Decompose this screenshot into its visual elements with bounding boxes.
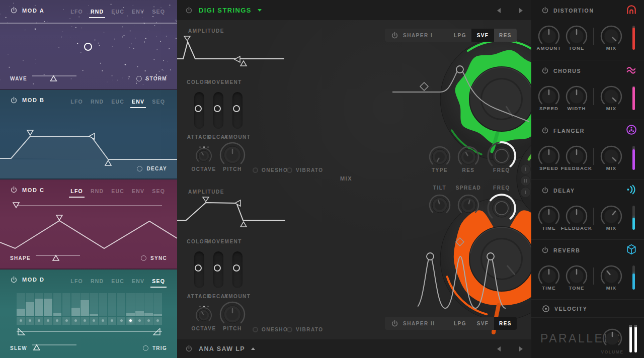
osc2-amplitude-envelope[interactable] [177, 195, 285, 230]
effect-reverb: REVERB TIME TONE MIX [531, 239, 644, 299]
power-icon[interactable] [10, 97, 18, 104]
mod-tabs: LFORNDEUCENVSEQ [70, 9, 165, 15]
chevron-up-icon[interactable] [251, 347, 255, 350]
res-knob[interactable] [457, 145, 480, 170]
tab-euc[interactable]: EUC [111, 188, 124, 194]
tab-env[interactable]: ENV [132, 278, 144, 284]
tab-seq[interactable]: SEQ [152, 9, 165, 15]
power-icon[interactable] [185, 7, 193, 14]
decay-toggle[interactable]: DECAY [137, 166, 167, 171]
knob-label: MIX [594, 225, 629, 231]
toggle-circle-icon [137, 166, 142, 171]
next-preset-button[interactable] [516, 6, 525, 15]
power-icon[interactable] [185, 345, 193, 352]
chevron-down-icon[interactable] [258, 9, 262, 12]
vibrato-toggle[interactable]: VIBRATO [287, 167, 324, 173]
tab-rnd[interactable]: RND [91, 9, 104, 15]
bottom-preset-bar: ANA SAW LP [177, 339, 531, 358]
mod-title: MOD B [22, 97, 45, 103]
tab-rnd[interactable]: RND [91, 99, 104, 105]
effect-title: DISTORTION [553, 8, 594, 14]
tab-env[interactable]: ENV [132, 188, 144, 194]
vibrato-toggle[interactable]: VIBRATO [287, 327, 324, 332]
power-icon[interactable] [391, 32, 398, 39]
power-icon[interactable] [10, 186, 18, 194]
preset-name[interactable]: DIGI STRINGS [199, 7, 252, 14]
tab-lfo[interactable]: LFO [70, 188, 83, 194]
routing-parallel-button[interactable] [520, 175, 531, 186]
octave-knob[interactable] [195, 147, 213, 167]
type-knob[interactable] [428, 145, 451, 170]
tab-rnd[interactable]: RND [91, 278, 104, 284]
mode-lpg[interactable]: LPG [449, 317, 471, 330]
mode-res[interactable]: RES [494, 29, 517, 42]
tab-euc[interactable]: EUC [111, 9, 124, 15]
mode-svf[interactable]: SVF [471, 317, 494, 330]
mod-tabs: LFORNDEUCENVSEQ [70, 188, 165, 194]
tab-seq[interactable]: SEQ [152, 99, 165, 105]
bottom-preset-name[interactable]: ANA SAW LP [199, 345, 245, 352]
power-icon[interactable] [541, 67, 549, 74]
sync-toggle[interactable]: SYNC [141, 255, 167, 261]
power-icon[interactable] [541, 127, 549, 134]
shaper1-bar: SHAPER I LPGSVFRES [385, 29, 517, 42]
mode-lpg[interactable]: LPG [449, 29, 471, 42]
tab-lfo[interactable]: LFO [70, 9, 83, 15]
mod-d-panel: MOD D LFORNDEUCENVSEQ SLEW TRIG [0, 270, 177, 358]
octave-knob[interactable] [195, 306, 213, 326]
shape-slider[interactable]: SHAPE [10, 253, 80, 263]
slew-slider[interactable]: SLEW [10, 343, 76, 353]
mode-res[interactable]: RES [494, 317, 517, 330]
tab-euc[interactable]: EUC [111, 278, 124, 284]
next-button[interactable] [516, 344, 525, 353]
tab-env[interactable]: ENV [132, 99, 144, 105]
divider [593, 88, 594, 105]
freq-knob[interactable] [486, 192, 518, 226]
storm-toggle[interactable]: STORM [136, 76, 167, 81]
synth-plugin-window: MOD A LFORNDEUCENVSEQ WAVE STORM [0, 0, 644, 358]
amount-slider[interactable] [232, 92, 243, 129]
color-slider[interactable] [194, 92, 204, 129]
power-icon[interactable] [541, 7, 549, 14]
tab-rnd[interactable]: RND [91, 188, 104, 194]
volume-knob[interactable] [602, 328, 623, 351]
tilt-knob[interactable] [428, 194, 451, 219]
knob-label: WIDTH [559, 106, 594, 111]
tab-env[interactable]: ENV [132, 9, 144, 15]
effect-level-meter [632, 206, 635, 230]
tab-seq[interactable]: SEQ [152, 188, 165, 194]
effect-level-meter [632, 146, 635, 170]
tab-seq[interactable]: SEQ [152, 278, 165, 284]
power-icon[interactable] [541, 246, 549, 254]
shaper1-filter-curve[interactable] [392, 50, 533, 126]
wave-slider[interactable]: WAVE [10, 74, 76, 84]
oneshot-toggle[interactable]: ONESHOT [253, 167, 292, 173]
param-label: SHAPE [10, 255, 31, 261]
effect-title: DELAY [553, 188, 575, 194]
spread-knob[interactable] [457, 194, 480, 219]
velocity-row[interactable]: VELOCITY [531, 299, 644, 317]
attack-slider[interactable] [213, 251, 223, 288]
power-icon[interactable] [10, 7, 18, 14]
shaper2-resonator-curve[interactable] [418, 235, 518, 312]
tab-lfo[interactable]: LFO [70, 278, 83, 284]
prev-preset-button[interactable] [494, 6, 503, 15]
velocity-icon [542, 305, 550, 313]
amount-slider[interactable] [232, 251, 243, 288]
oneshot-toggle[interactable]: ONESHOT [253, 327, 292, 332]
power-icon[interactable] [10, 276, 18, 284]
power-icon[interactable] [541, 187, 549, 194]
tab-euc[interactable]: EUC [111, 99, 124, 105]
attack-slider[interactable] [213, 92, 223, 129]
prev-button[interactable] [494, 344, 503, 353]
osc1-amplitude-envelope[interactable] [177, 34, 285, 69]
delay-icon [626, 184, 638, 196]
routing-single-button[interactable] [520, 187, 531, 198]
tab-lfo[interactable]: LFO [70, 99, 83, 105]
power-icon[interactable] [391, 320, 398, 327]
trig-toggle[interactable]: TRIG [143, 345, 167, 351]
color-slider[interactable] [194, 251, 204, 288]
routing-serial-button[interactable] [520, 164, 531, 174]
mode-svf[interactable]: SVF [471, 29, 494, 42]
volume-label: VOLUME [597, 349, 627, 354]
